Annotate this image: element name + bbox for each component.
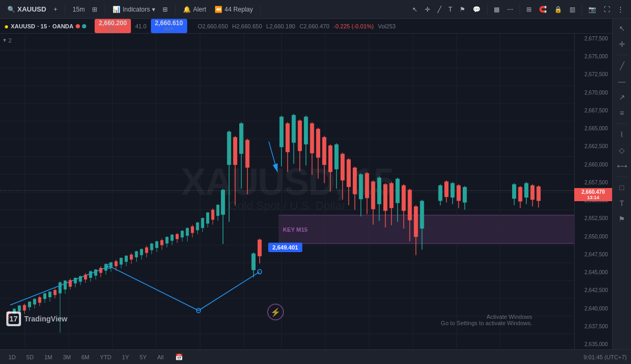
search-icon: 🔍 (7, 6, 15, 13)
svg-rect-166 (371, 182, 375, 210)
camera-button[interactable]: 📷 (585, 4, 599, 15)
rt-cursor[interactable]: ↖ (615, 21, 629, 36)
flash-circle-icon[interactable]: ⚡ (267, 304, 284, 320)
period-1y[interactable]: 1Y (118, 353, 133, 361)
indicators-button[interactable]: 📊 Indicators ▾ (109, 4, 158, 15)
price-2670000: 2,670,000 (577, 90, 610, 96)
period-ytd[interactable]: YTD (96, 353, 116, 361)
svg-rect-128 (239, 123, 243, 154)
right-toolbar: ↖ ✛ ╱ — ↗ ≡ ⌇ ◇ ⟷ □ T ⚑ (612, 19, 631, 349)
price-tooltip: 2,649.401 (268, 243, 302, 252)
svg-rect-172 (390, 183, 394, 208)
svg-rect-124 (227, 132, 231, 165)
bar-chart-tool[interactable]: ▦ (491, 4, 503, 15)
timezone-value: (UTC+7) (605, 354, 627, 360)
svg-rect-120 (216, 205, 219, 216)
templates-button[interactable]: ⊞ (159, 4, 171, 15)
rt-fib[interactable]: ⌇ (615, 127, 629, 142)
period-1m[interactable]: 1M (40, 353, 56, 361)
rt-hline[interactable]: — (615, 74, 629, 89)
sep3 (175, 4, 176, 15)
svg-rect-162 (359, 174, 363, 199)
price-2640000: 2,640,000 (577, 306, 610, 311)
current-price-value: 2,660.470 (576, 189, 610, 195)
period-1d[interactable]: 1D (4, 353, 20, 361)
svg-rect-108 (186, 228, 189, 236)
note-icon: 💬 (473, 6, 481, 13)
price-2635000: 2,635,000 (577, 341, 610, 347)
add-symbol-button[interactable]: + (50, 4, 60, 15)
price-2677500: 2,677,500 (577, 36, 610, 41)
svg-rect-150 (322, 137, 327, 165)
canvas-area[interactable]: XAUUSD, 15 Gold Spot / U.S. Dollar KEY M… (0, 34, 574, 349)
more-options-button[interactable]: ⋮ (614, 4, 627, 15)
rt-flag[interactable]: ⚑ (615, 212, 629, 226)
svg-rect-190 (456, 185, 461, 201)
period-3m[interactable]: 3M (58, 353, 75, 361)
sell-label: SELL (107, 27, 118, 32)
svg-rect-178 (408, 190, 412, 220)
svg-rect-50 (38, 297, 42, 303)
rt-shape[interactable]: □ (615, 180, 629, 195)
line-icon: ╱ (437, 6, 441, 13)
rt-sep1 (617, 55, 627, 55)
svg-rect-68 (84, 275, 87, 279)
current-price-time: 13:14 (576, 195, 610, 200)
note-tool[interactable]: 💬 (470, 4, 484, 15)
bottom-right-info: 9:01:45 (UTC+7) (584, 354, 627, 360)
sell-button[interactable]: 2,660.200 SELL (95, 19, 131, 33)
cursor-tool[interactable]: ↖ (409, 4, 421, 15)
period-5y[interactable]: 5Y (135, 353, 150, 361)
tv-logo-text: TradingView (24, 315, 67, 323)
ray-rt-icon: ↗ (619, 93, 625, 101)
templates-icon: ⊞ (162, 6, 168, 13)
sep5 (487, 4, 487, 15)
rt-crosshair[interactable]: ✛ (615, 37, 629, 51)
svg-rect-94 (150, 244, 154, 251)
svg-rect-46 (28, 301, 31, 307)
svg-rect-164 (365, 173, 369, 198)
svg-rect-154 (334, 144, 339, 169)
period-5d[interactable]: 5D (22, 353, 38, 361)
alert-button[interactable]: 🔔 Alert (180, 4, 209, 15)
rt-ray[interactable]: ↗ (615, 90, 629, 105)
layout-button[interactable]: ⊞ (523, 4, 535, 15)
chart-symbol-label: XAUUSD (11, 23, 35, 29)
price-2672500: 2,672,500 (577, 71, 610, 77)
sep4 (260, 4, 261, 15)
alert-label: Alert (193, 6, 206, 13)
svg-rect-146 (310, 123, 314, 153)
lock-button[interactable]: 🔒 (551, 4, 565, 15)
line-tool[interactable]: ╱ (434, 4, 444, 15)
timeframe-grid-button[interactable]: ⊞ (89, 4, 100, 15)
svg-rect-132 (251, 254, 256, 271)
rt-sep2 (617, 123, 627, 124)
more-tools[interactable]: ⋯ (504, 4, 516, 15)
timeframe-button[interactable]: 15m (69, 4, 88, 15)
svg-rect-52 (43, 294, 46, 299)
magnet-button[interactable]: 🧲 (536, 4, 550, 15)
rt-text[interactable]: T (615, 196, 629, 211)
period-all[interactable]: All (153, 353, 168, 361)
rt-channel[interactable]: ≡ (615, 106, 629, 120)
candle-type-button[interactable]: ▥ (566, 4, 578, 15)
rt-line[interactable]: ╱ (615, 58, 629, 73)
flash-button-area[interactable]: ⚡ (267, 304, 284, 320)
svg-rect-200 (531, 185, 535, 200)
svg-rect-90 (140, 249, 143, 255)
calendar-button[interactable]: 📅 (172, 351, 186, 363)
rt-measure[interactable]: ⟷ (615, 159, 629, 173)
indicators-icon: 📊 (113, 6, 120, 13)
layout-icon: ⊞ (526, 6, 532, 13)
text-tool[interactable]: T (445, 4, 455, 15)
candle-icon: ▥ (569, 6, 575, 13)
buy-button[interactable]: 2,660.610 BUY (151, 19, 187, 33)
flag-tool[interactable]: ⚑ (456, 4, 469, 15)
replay-button[interactable]: ⏪ 44 Replay (211, 4, 256, 15)
fullscreen-button[interactable]: ⛶ (601, 4, 613, 15)
period-6m[interactable]: 6M (77, 353, 94, 361)
search-button[interactable]: 🔍 XAUUSD (4, 3, 49, 15)
rt-pattern[interactable]: ◇ (615, 143, 629, 158)
crosshair-tool[interactable]: ✛ (422, 4, 433, 15)
calendar-icon: 📅 (175, 353, 183, 361)
